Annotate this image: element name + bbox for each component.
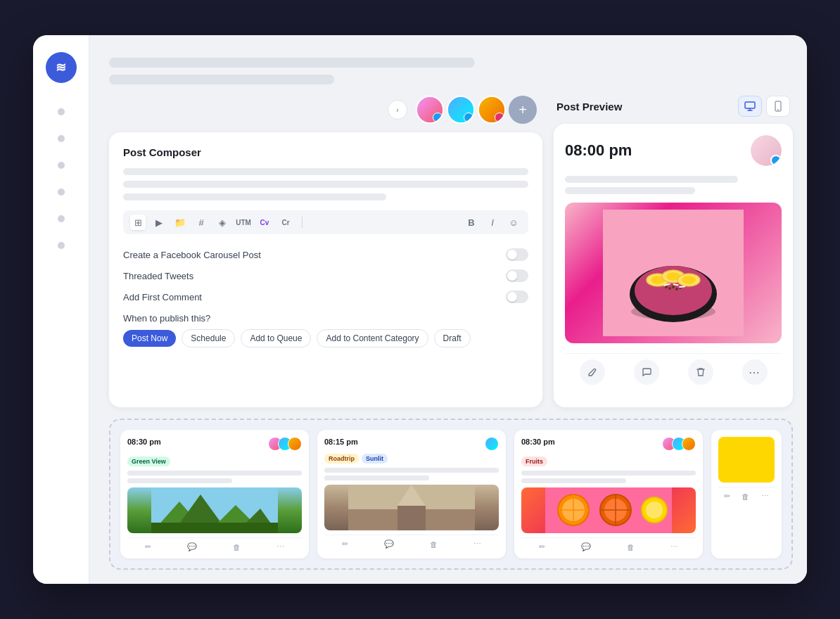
- twitter-badge: [433, 113, 443, 122]
- edit-action-button[interactable]: [580, 359, 605, 385]
- queue-edit-2[interactable]: ✏: [342, 540, 348, 549]
- queue-actions-2: ✏ 💬 🗑 ⋯: [324, 535, 499, 549]
- queue-delete-4[interactable]: 🗑: [742, 492, 749, 501]
- queue-yellow-image: [718, 437, 775, 483]
- queue-sk-2b: [324, 476, 429, 480]
- queue-actions-4: ✏ 🗑 ⋯: [718, 487, 775, 501]
- svg-rect-29: [397, 506, 426, 530]
- publish-options: Post Now Schedule Add to Queue Add to Co…: [123, 329, 528, 347]
- queue-card-2: 08:15 pm Roadtrip Sunlit: [317, 430, 506, 559]
- sidebar-item-2[interactable]: [58, 135, 65, 142]
- preview-skeleton-2: [565, 187, 695, 194]
- queue-edit-3[interactable]: ✏: [539, 542, 545, 551]
- queue-more-2[interactable]: ⋯: [473, 540, 481, 549]
- sidebar-item-4[interactable]: [58, 189, 65, 196]
- preview-food-image: [565, 203, 782, 343]
- queue-edit-4[interactable]: ✏: [724, 492, 730, 501]
- queue-section: 08:30 pm Green View: [109, 419, 793, 570]
- sidebar-item-3[interactable]: [58, 162, 65, 169]
- queue-time-3: 08:30 pm: [521, 438, 555, 446]
- post-now-button[interactable]: Post Now: [123, 330, 176, 347]
- sidebar-item-6[interactable]: [58, 242, 65, 249]
- first-comment-row: Add First Comment: [123, 286, 528, 307]
- draft-button[interactable]: Draft: [434, 329, 471, 347]
- queue-text-skeletons-2: [324, 468, 499, 480]
- carousel-toggle[interactable]: [506, 248, 528, 261]
- utm-icon[interactable]: UTM: [236, 215, 251, 230]
- queue-actions-3: ✏ 💬 🗑 ⋯: [521, 537, 696, 551]
- text-skeleton-2: [123, 181, 528, 188]
- sidebar-item-1[interactable]: [58, 108, 65, 115]
- instagram-badge: [495, 113, 504, 122]
- avatar-2[interactable]: [447, 96, 475, 124]
- queue-more-1[interactable]: ⋯: [276, 542, 284, 551]
- queue-more-3[interactable]: ⋯: [670, 542, 678, 551]
- queue-avatar-2a: [485, 437, 499, 451]
- delete-action-button[interactable]: [688, 359, 713, 385]
- add-account-button[interactable]: +: [509, 96, 537, 124]
- avatar-3[interactable]: [478, 96, 506, 124]
- svg-point-2: [777, 109, 779, 110]
- canva-icon[interactable]: Cv: [257, 215, 272, 230]
- carousel-option-row: Create a Facebook Carousel Post: [123, 244, 528, 265]
- folder-icon[interactable]: 📁: [172, 215, 188, 230]
- right-panel: Post Preview: [554, 96, 793, 407]
- queue-comment-3[interactable]: 💬: [581, 542, 591, 551]
- sidebar-item-5[interactable]: [58, 215, 65, 222]
- queue-more-4[interactable]: ⋯: [761, 492, 769, 501]
- more-action-button[interactable]: ⋯: [742, 359, 768, 385]
- queue-comment-2[interactable]: 💬: [384, 540, 394, 549]
- hashtag-icon[interactable]: #: [193, 215, 209, 230]
- queue-delete-2[interactable]: 🗑: [430, 540, 438, 549]
- queue-tag-1: Green View: [127, 457, 170, 466]
- expand-button[interactable]: ›: [388, 100, 407, 120]
- queue-tag-2a: Roadtrip: [324, 454, 359, 464]
- sidebar: ≋: [33, 35, 89, 584]
- add-to-content-category-button[interactable]: Add to Content Category: [317, 329, 428, 347]
- queue-delete-1[interactable]: 🗑: [233, 543, 241, 551]
- queue-card-2-header: 08:15 pm: [324, 437, 499, 451]
- app-logo[interactable]: ≋: [46, 52, 77, 83]
- queue-avatar-1c: [288, 437, 302, 451]
- text-skeleton-3: [123, 193, 386, 200]
- threaded-toggle[interactable]: [506, 269, 528, 282]
- queue-time-2: 08:15 pm: [324, 438, 358, 446]
- queue-tag-3: Fruits: [521, 457, 547, 466]
- queue-text-skeletons-1: [127, 471, 302, 483]
- first-comment-toggle[interactable]: [506, 291, 528, 303]
- video-icon[interactable]: ▶: [151, 215, 167, 230]
- preview-header: Post Preview: [554, 96, 793, 117]
- image-icon[interactable]: ⊞: [130, 215, 146, 230]
- composer-title: Post Composer: [123, 146, 528, 158]
- avatar-1[interactable]: [416, 96, 444, 124]
- italic-icon[interactable]: I: [485, 215, 500, 230]
- queue-image-citrus: [521, 487, 696, 533]
- queue-card-1-header: 08:30 pm: [127, 437, 302, 451]
- queue-tag-2b: Sunlit: [362, 454, 388, 464]
- queue-comment-1[interactable]: 💬: [187, 542, 197, 551]
- preview-card: 08:00 pm: [554, 124, 793, 407]
- desktop-view-button[interactable]: [738, 96, 762, 117]
- mobile-view-button[interactable]: [766, 96, 790, 117]
- queue-actions-1: ✏ 💬 🗑 ⋯: [127, 537, 302, 551]
- queue-sk-3b: [521, 478, 626, 483]
- comment-action-button[interactable]: [634, 359, 659, 385]
- emoji-icon[interactable]: ☺: [506, 215, 521, 230]
- crello-icon[interactable]: Cr: [278, 215, 293, 230]
- bold-icon[interactable]: B: [464, 215, 479, 230]
- queue-delete-3[interactable]: 🗑: [627, 543, 635, 551]
- svg-rect-0: [745, 102, 755, 108]
- queue-sk-1a: [127, 471, 302, 476]
- svg-point-41: [646, 502, 663, 518]
- avatars-row: › +: [109, 96, 542, 124]
- add-to-queue-button[interactable]: Add to Queue: [241, 329, 311, 347]
- preview-time: 08:00 pm: [565, 141, 632, 160]
- text-skeleton-1: [123, 168, 528, 175]
- svg-point-14: [668, 287, 671, 290]
- preview-skeleton-1: [565, 176, 738, 183]
- preview-actions: ⋯: [565, 353, 782, 385]
- preview-text-skeletons: [565, 176, 782, 194]
- schedule-button[interactable]: Schedule: [182, 329, 235, 347]
- link-icon[interactable]: ◈: [215, 215, 230, 230]
- queue-edit-1[interactable]: ✏: [145, 542, 151, 551]
